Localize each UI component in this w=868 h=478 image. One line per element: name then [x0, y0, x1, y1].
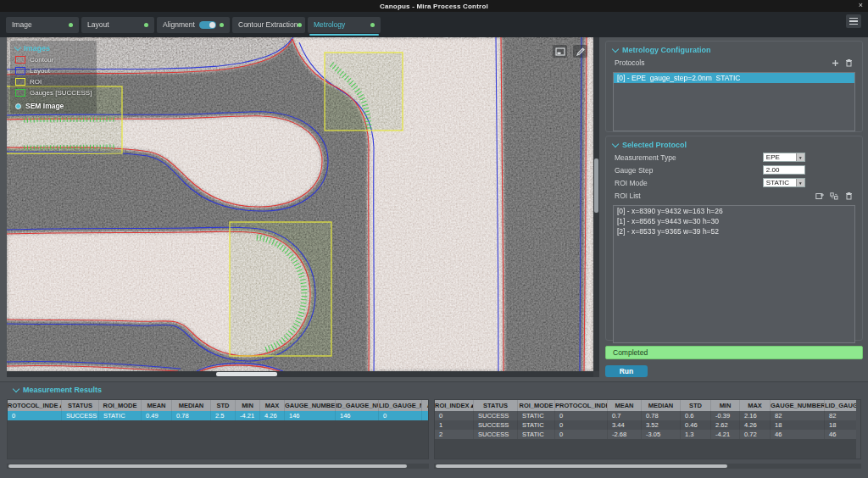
- roi-mode-select[interactable]: STATIC▼: [763, 178, 805, 187]
- scroll-thumb[interactable]: [594, 158, 598, 213]
- column-header[interactable]: STD: [681, 400, 711, 411]
- table-cell: SUCCESS: [474, 430, 518, 439]
- table-cell: 0: [8, 411, 62, 420]
- column-header[interactable]: ID_GAUGE_NUME: [336, 400, 379, 411]
- tab-contour-extraction[interactable]: Contour Extraction: [232, 17, 305, 33]
- list-item[interactable]: [1] - x=8565 y=9443 w=30 h=30: [614, 216, 854, 226]
- viewer-horizontal-scrollbar[interactable]: [7, 371, 593, 377]
- column-header[interactable]: MEDIAN: [172, 400, 211, 411]
- snapshot-button[interactable]: [553, 45, 567, 58]
- column-header[interactable]: GAUGE_NUMBER: [285, 400, 336, 411]
- list-item[interactable]: [0] - EPE gauge_step=2.0nm STATIC: [614, 73, 854, 83]
- tab-layout[interactable]: Layout: [81, 17, 154, 33]
- column-header[interactable]: MEAN: [608, 400, 642, 411]
- tab-alignment[interactable]: Alignment: [157, 17, 230, 33]
- roi-list: [0] - x=8390 y=9432 w=163 h=26[1] - x=85…: [613, 205, 855, 343]
- scroll-thumb[interactable]: [216, 372, 277, 376]
- alignment-toggle[interactable]: [199, 21, 216, 29]
- table-cell: 0.6: [681, 411, 711, 420]
- viewer-vertical-scrollbar[interactable]: [593, 37, 599, 371]
- table-header-row: ROI_INDEX ▴STATUSROI_MODEPROTOCOL_INDEXM…: [435, 400, 861, 411]
- table-cell: 4.26: [260, 411, 285, 420]
- legend-item-layout[interactable]: Layout: [15, 67, 92, 75]
- column-header[interactable]: ROI_MODE: [518, 400, 555, 411]
- measurement-type-select[interactable]: EPE▼: [763, 153, 805, 162]
- close-icon[interactable]: ×: [859, 1, 863, 9]
- legend-item-roi[interactable]: ROI: [15, 78, 92, 86]
- column-header[interactable]: A: [422, 400, 429, 411]
- table-cell: 0: [555, 411, 608, 420]
- table-row[interactable]: 1SUCCESSSTATIC03.443.520.462.624.2618180: [435, 420, 861, 430]
- protocols-list: [0] - EPE gauge_step=2.0nm STATIC: [613, 72, 855, 131]
- delete-roi-icon[interactable]: [843, 191, 854, 201]
- hamburger-menu-icon[interactable]: [846, 14, 861, 28]
- column-header[interactable]: STATUS: [62, 400, 99, 411]
- column-header[interactable]: ROI_INDEX ▴: [435, 400, 474, 411]
- results-table-per-protocol: ROTOCOL_INDE ▴STATUSROI_MODEMEANMEDIANST…: [7, 399, 429, 459]
- table-cell: STATIC: [518, 420, 555, 430]
- legend-header[interactable]: Images: [15, 44, 92, 53]
- table-vertical-scrollbar[interactable]: [856, 400, 860, 459]
- add-roi-icon[interactable]: [815, 191, 825, 201]
- table-row[interactable]: 2SUCCESSSTATIC0-2.68-3.051.3-4.210.72464…: [435, 430, 861, 439]
- pencil-icon: [576, 47, 586, 57]
- column-header[interactable]: MAX: [740, 400, 771, 411]
- column-header[interactable]: LID_GAUGE_NUM: [379, 400, 422, 411]
- table-cell: 2.62: [711, 420, 740, 430]
- sem-image-viewer[interactable]: Images ContourLayoutROIGauges [SUCCESS] …: [7, 37, 599, 377]
- column-header[interactable]: STD: [211, 400, 236, 411]
- table-cell: [422, 411, 429, 420]
- legend-label: Contour: [30, 56, 53, 64]
- run-button[interactable]: Run: [605, 365, 648, 377]
- section-header[interactable]: Metrology Configuration: [606, 42, 862, 56]
- tab-metrology[interactable]: Metrology: [308, 17, 381, 33]
- layer-checkbox[interactable]: [15, 56, 25, 64]
- column-header[interactable]: MIN: [236, 400, 260, 411]
- table-cell: 2: [435, 430, 474, 439]
- status-dot-icon: [370, 23, 375, 27]
- scroll-thumb[interactable]: [8, 464, 407, 468]
- layer-checkbox[interactable]: [15, 78, 25, 86]
- column-header[interactable]: ROTOCOL_INDE ▴: [8, 400, 62, 411]
- tab-label: Image: [12, 20, 32, 29]
- table-cell: 18: [771, 420, 825, 430]
- table-cell: 2.16: [740, 411, 771, 420]
- results-header[interactable]: Measurement Results: [0, 382, 868, 396]
- delete-protocol-icon[interactable]: [843, 58, 854, 68]
- legend-item-gauges[interactable]: Gauges [SUCCESS]: [15, 89, 92, 97]
- table-cell: 46: [771, 430, 825, 439]
- table-cell: 4.26: [740, 420, 771, 430]
- column-header[interactable]: STATUS: [474, 400, 518, 411]
- auto-roi-icon[interactable]: [829, 191, 839, 201]
- table-row[interactable]: 0SUCCESSSTATIC00.70.780.6-0.392.1682820: [435, 411, 861, 420]
- column-header[interactable]: MEDIAN: [642, 400, 681, 411]
- list-item[interactable]: [0] - x=8390 y=9432 w=163 h=26: [614, 206, 854, 216]
- column-header[interactable]: GAUGE_NUMBER: [771, 400, 825, 411]
- layer-checkbox[interactable]: [15, 67, 25, 75]
- tab-label: Alignment: [163, 20, 195, 29]
- tab-label: Metrology: [314, 20, 345, 29]
- table-cell: 0.72: [740, 430, 771, 439]
- legend-label: Gauges [SUCCESS]: [30, 89, 92, 97]
- column-header[interactable]: MEAN: [142, 400, 172, 411]
- right-table-horizontal-scrollbar[interactable]: [434, 464, 861, 469]
- add-protocol-icon[interactable]: [830, 58, 840, 68]
- table-cell: STATIC: [99, 411, 142, 420]
- layer-checkbox[interactable]: [15, 89, 25, 97]
- column-header[interactable]: MIN: [711, 400, 740, 411]
- list-item[interactable]: [2] - x=8533 y=9365 w=39 h=52: [614, 226, 854, 236]
- gauge-step-input[interactable]: 2.00: [763, 165, 805, 175]
- tab-image[interactable]: Image: [6, 17, 79, 33]
- left-table-horizontal-scrollbar[interactable]: [7, 464, 429, 469]
- sem-image-radio[interactable]: SEM Image: [15, 102, 92, 110]
- table-row[interactable]: 0SUCCESSSTATIC0.490.782.5-4.214.26146146…: [8, 411, 429, 420]
- table-header-row: ROTOCOL_INDE ▴STATUSROI_MODEMEANMEDIANST…: [8, 400, 429, 411]
- scroll-thumb[interactable]: [436, 464, 727, 468]
- legend-item-contour[interactable]: Contour: [15, 56, 92, 64]
- column-header[interactable]: MAX: [260, 400, 285, 411]
- draw-button[interactable]: [573, 45, 587, 58]
- column-header[interactable]: ROI_MODE: [99, 400, 142, 411]
- table-cell: SUCCESS: [474, 420, 518, 430]
- column-header[interactable]: PROTOCOL_INDEX: [555, 400, 608, 411]
- section-header[interactable]: Selected Protocol: [606, 136, 862, 151]
